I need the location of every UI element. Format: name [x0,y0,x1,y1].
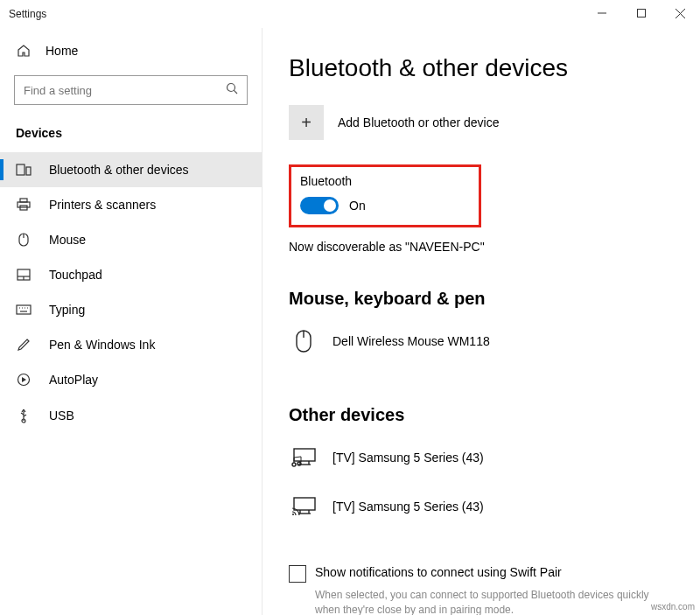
watermark: wsxdn.com [651,602,695,612]
svg-rect-8 [20,199,27,202]
other-devices-section: Other devices [TV] Samsung 5 Series (43)… [289,405,674,535]
nav-label: Mouse [49,233,86,247]
add-button[interactable]: + [289,105,324,140]
home-icon [16,44,32,58]
sidebar: Home Devices Bluetooth & other devices P… [0,28,262,615]
swift-pair-checkbox[interactable] [289,565,306,583]
section-other-title: Other devices [289,405,674,425]
mouse-device-icon [289,326,318,356]
nav-label: Typing [49,303,85,317]
printer-icon [16,198,32,212]
window-title: Settings [9,8,46,20]
window-controls [582,0,700,26]
tv-cast-icon [289,492,318,521]
nav-mouse[interactable]: Mouse [0,222,262,257]
search-icon [226,82,239,95]
nav-autoplay[interactable]: AutoPlay [0,362,262,397]
svg-rect-6 [17,164,24,175]
svg-rect-1 [637,10,645,17]
device-label: Dell Wireless Mouse WM118 [332,334,490,348]
device-label: [TV] Samsung 5 Series (43) [332,451,484,465]
bluetooth-toggle-row: On [300,197,470,214]
swift-pair-label: Show notifications to connect using Swif… [315,565,562,579]
nav-label: Pen & Windows Ink [49,338,155,352]
add-device-row[interactable]: + Add Bluetooth or other device [289,105,674,140]
svg-point-32 [298,462,301,465]
main-content: Bluetooth & other devices + Add Bluetoot… [262,28,700,615]
nav-label: Printers & scanners [49,198,156,212]
device-tv-1[interactable]: [TV] Samsung 5 Series (43) [289,486,674,535]
toggle-state: On [349,199,366,213]
bluetooth-label: Bluetooth [300,174,470,188]
bluetooth-toggle[interactable] [300,197,339,214]
nav-label: Touchpad [49,268,102,282]
devices-icon [16,164,32,176]
bluetooth-highlight-box: Bluetooth On [289,164,481,227]
nav-touchpad[interactable]: Touchpad [0,257,262,292]
svg-rect-33 [294,498,315,510]
device-tv-0[interactable]: [TV] Samsung 5 Series (43) [289,437,674,486]
svg-point-4 [228,84,235,92]
svg-rect-16 [17,305,31,314]
page-title: Bluetooth & other devices [289,54,674,82]
svg-line-5 [234,90,237,94]
nav-pen[interactable]: Pen & Windows Ink [0,327,262,362]
nav-label: USB [49,409,74,423]
search-input[interactable] [14,75,248,105]
titlebar: Settings [0,0,700,28]
nav-label: Bluetooth & other devices [49,163,189,177]
sidebar-section-head: Devices [0,117,262,152]
tv-music-icon [289,443,318,472]
device-mouse[interactable]: Dell Wireless Mouse WM118 [289,321,674,370]
keyboard-icon [16,304,32,315]
nav-bluetooth[interactable]: Bluetooth & other devices [0,152,262,187]
swift-pair-row: Show notifications to connect using Swif… [289,565,674,583]
plus-icon: + [301,113,312,133]
minimize-button[interactable] [582,0,621,26]
add-label: Add Bluetooth or other device [338,115,499,129]
nav-typing[interactable]: Typing [0,292,262,327]
pen-icon [16,338,32,352]
search-container [14,75,248,105]
nav-label: AutoPlay [49,373,98,387]
discoverable-text: Now discoverable as "NAVEEN-PC" [289,240,674,254]
svg-point-31 [292,463,296,466]
usb-icon [16,408,32,423]
toggle-knob [324,199,336,212]
mouse-icon [16,233,32,247]
maximize-button[interactable] [621,0,661,26]
swift-pair-help: When selected, you can connect to suppor… [289,588,674,615]
svg-rect-27 [294,449,315,461]
device-label: [TV] Samsung 5 Series (43) [332,500,484,514]
autoplay-icon [16,373,32,387]
home-label: Home [46,44,78,58]
svg-point-37 [292,514,294,515]
svg-rect-7 [26,167,31,175]
close-button[interactable] [661,0,700,26]
content: Home Devices Bluetooth & other devices P… [0,28,700,615]
section-mouse-title: Mouse, keyboard & pen [289,289,674,309]
home-nav[interactable]: Home [0,35,262,66]
touchpad-icon [16,269,32,281]
nav-printers[interactable]: Printers & scanners [0,187,262,222]
nav-usb[interactable]: USB [0,397,262,434]
svg-rect-9 [18,202,30,207]
